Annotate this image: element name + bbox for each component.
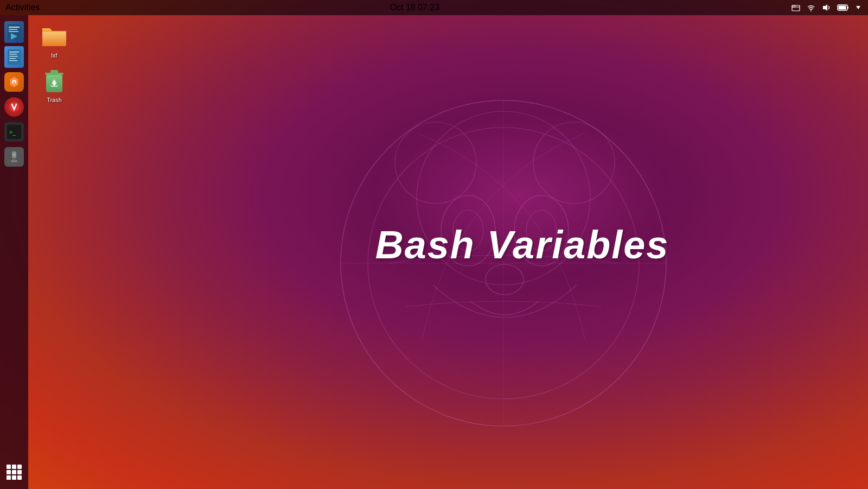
svg-rect-22: [9, 29, 17, 30]
dock: A >_: [0, 15, 28, 489]
svg-marker-19: [856, 6, 860, 9]
svg-point-9: [526, 210, 557, 251]
datetime-display[interactable]: Oct 18 07:23: [390, 3, 440, 12]
svg-point-1: [368, 128, 639, 399]
wallpaper-art: [335, 79, 672, 448]
trash-label: Trash: [47, 97, 62, 103]
battery-icon[interactable]: [835, 3, 851, 12]
svg-rect-17: [839, 6, 846, 10]
desktop-icons-area: lxf: [33, 22, 76, 111]
svg-rect-18: [847, 7, 848, 9]
svg-point-5: [441, 195, 495, 266]
system-menu-dropdown[interactable]: [854, 3, 863, 12]
svg-point-0: [341, 100, 666, 426]
desktop: Bash Variables Activities Oct 18 07:23: [0, 0, 868, 489]
activities-button[interactable]: Activities: [5, 3, 40, 12]
svg-rect-23: [9, 31, 18, 32]
dock-item-software-center[interactable]: A: [3, 71, 25, 93]
svg-rect-30: [9, 60, 17, 61]
svg-rect-26: [9, 52, 19, 53]
svg-point-2: [417, 111, 590, 285]
desktop-icon-trash[interactable]: Trash: [33, 66, 76, 105]
svg-marker-15: [823, 4, 827, 11]
trash-icon: [41, 68, 67, 94]
svg-point-14: [810, 10, 812, 11]
dock-item-usb[interactable]: [3, 145, 25, 168]
svg-rect-40: [50, 70, 58, 73]
svg-point-8: [453, 210, 483, 251]
lxf-label: lxf: [52, 52, 58, 59]
svg-rect-29: [9, 58, 16, 59]
dock-item-vivaldi[interactable]: [3, 96, 25, 118]
dock-item-terminal[interactable]: >_: [3, 120, 25, 143]
lxf-folder-icon: [41, 24, 67, 50]
svg-point-38: [13, 154, 15, 156]
svg-text:>_: >_: [9, 129, 16, 136]
show-applications-button[interactable]: [3, 461, 25, 484]
desktop-icon-lxf[interactable]: lxf: [33, 22, 76, 61]
svg-point-7: [486, 264, 524, 295]
apps-grid-icon: [7, 465, 22, 480]
svg-point-3: [395, 122, 476, 204]
system-tray: [790, 3, 863, 12]
svg-point-4: [533, 122, 615, 204]
dock-item-libreoffice-writer[interactable]: [3, 46, 25, 68]
svg-rect-12: [792, 5, 800, 11]
svg-rect-21: [9, 27, 20, 28]
svg-rect-37: [11, 160, 17, 162]
svg-rect-28: [9, 56, 18, 57]
files-tray-icon[interactable]: [790, 3, 802, 12]
svg-rect-13: [792, 5, 795, 7]
svg-point-6: [514, 195, 569, 266]
topbar: Activities Oct 18 07:23: [0, 0, 868, 15]
volume-icon[interactable]: [820, 3, 832, 12]
svg-rect-27: [9, 54, 17, 55]
wallpaper-title: Bash Variables: [375, 223, 669, 267]
svg-text:A: A: [12, 81, 15, 85]
wifi-icon[interactable]: [805, 3, 817, 12]
dock-item-libreoffice-impress[interactable]: [3, 21, 25, 43]
